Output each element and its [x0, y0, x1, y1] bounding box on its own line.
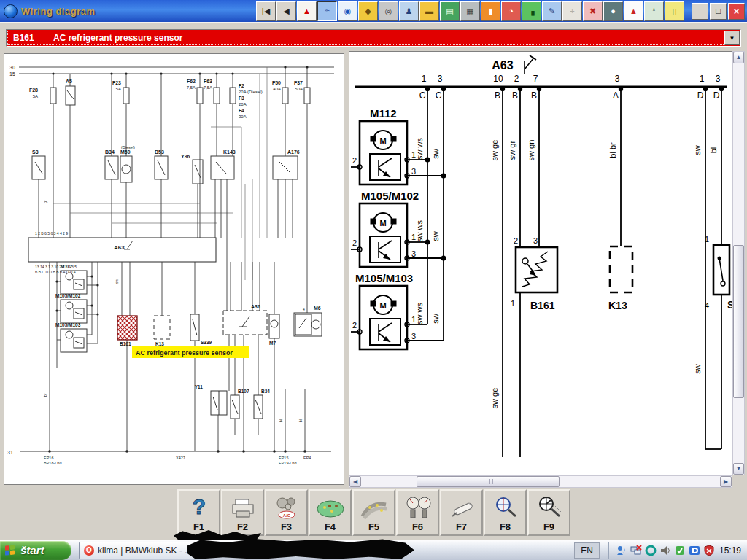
opera-icon: O [84, 545, 94, 556]
svg-text:F62: F62 [187, 79, 196, 84]
detail-wire-labels: sw ws sw ws sw ws sw sw sw sw ge sw gr s… [415, 138, 718, 409]
app-icon [4, 4, 18, 18]
dropdown-arrow-icon[interactable]: ▼ [724, 31, 740, 45]
detail-motor-modules [357, 121, 409, 349]
lift-icon[interactable]: ▤ [440, 1, 460, 21]
overview-bottom-components [211, 391, 263, 419]
wheel-icon[interactable]: ◎ [379, 1, 398, 21]
svg-text:5A: 5A [33, 94, 38, 98]
gauge-icon[interactable]: ◔ [501, 1, 521, 21]
minimize-button[interactable]: _ [692, 3, 708, 20]
system-tray [608, 542, 715, 559]
svg-text:M105/M102: M105/M102 [55, 293, 81, 298]
svg-text:A36: A36 [251, 304, 260, 309]
pipes-f5-button[interactable]: F5 [352, 489, 395, 536]
svg-text:4: 4 [705, 301, 709, 310]
network-error-icon[interactable] [630, 545, 642, 556]
svg-text:B53: B53 [155, 149, 164, 155]
horizontal-scrollbar[interactable]: ◀ ▶ [349, 475, 732, 488]
svg-text:7: 7 [533, 74, 538, 84]
ac-icon[interactable]: ● [603, 1, 623, 21]
scroll-up-icon[interactable]: ▲ [733, 52, 744, 63]
mechanic-icon[interactable]: ♟ [399, 1, 419, 21]
messenger-icon[interactable] [616, 545, 627, 556]
overview-motor-modules [61, 271, 87, 352]
print-f2-button[interactable]: F2 [221, 489, 264, 536]
svg-text:15: 15 [9, 71, 15, 77]
svg-text:B: B [512, 90, 518, 101]
svg-text:F2: F2 [239, 83, 244, 88]
overview-labels: 30 15 31 F28 5A A5 F23 5A F62 7,5A F63 7… [7, 65, 321, 465]
censored-region [187, 539, 414, 559]
svg-text:2: 2 [352, 321, 357, 330]
svg-text:20A (Diesel): 20A (Diesel) [239, 90, 263, 94]
ac-system-f3-button[interactable]: A/C F3 [265, 489, 308, 536]
svg-text:Y11: Y11 [195, 384, 204, 389]
svg-text:B161: B161 [120, 341, 131, 346]
detail-diagram-panel[interactable]: A63 1 3 10 2 7 3 1 3 [349, 51, 732, 475]
wiring-diagram-icon[interactable]: ≈ [317, 1, 337, 21]
car-body-icon[interactable]: ▬ [419, 1, 439, 21]
nav-first-icon[interactable]: |◀ [256, 1, 276, 21]
overview-diagram-panel[interactable]: AC refrigerant pressure sensor 30 15 31 … [4, 53, 344, 485]
detail-b161[interactable]: 2 3 1 B161 [511, 236, 557, 311]
overview-b161-highlighted[interactable] [117, 316, 137, 340]
svg-text:30A: 30A [239, 114, 247, 119]
scroll-right-icon[interactable]: ▶ [720, 476, 732, 487]
scroll-down-icon[interactable]: ▼ [733, 463, 744, 475]
svg-text:M: M [379, 136, 386, 145]
svg-text:sw: sw [431, 149, 440, 159]
seat-icon[interactable]: ▗ [522, 1, 541, 21]
svg-text:M105/M102: M105/M102 [361, 190, 419, 202]
globe-icon[interactable]: ◉ [338, 1, 357, 21]
function-key-bar: ? F1 F2 A/C F3 [177, 489, 571, 536]
abs-icon[interactable]: ▲ [624, 1, 643, 21]
vertical-scrollbar[interactable]: ▲ ▼ [732, 51, 745, 475]
svg-text:M105/M103: M105/M103 [355, 272, 413, 284]
location-map-f4-button[interactable]: F4 [309, 489, 352, 536]
taskbar-task-browser[interactable]: O klima | BMWklub SK - ... [79, 542, 200, 559]
dashboard-icon[interactable]: ▦ [460, 1, 480, 21]
help-f1-button[interactable]: ? F1 [177, 489, 220, 536]
gauges-f6-button[interactable]: F6 [396, 489, 439, 536]
printer-icon [231, 497, 255, 519]
scroll-left-icon[interactable]: ◀ [349, 476, 361, 487]
measure-zoom-f9-button[interactable]: F9 [527, 489, 570, 536]
measure-icon[interactable]: ✎ [542, 1, 562, 21]
oil-service-icon[interactable]: ▮ [481, 1, 500, 21]
horizontal-scroll-thumb[interactable] [417, 476, 560, 487]
vertical-scroll-thumb[interactable] [733, 245, 744, 398]
component-selector-dropdown[interactable]: B161 AC refrigerant pressure sensor ▼ [6, 29, 741, 47]
svg-text:3: 3 [411, 249, 416, 258]
svg-text:10: 10 [493, 74, 503, 84]
srs-icon[interactable]: ✖ [583, 1, 603, 21]
warning-icon[interactable]: ▲ [297, 1, 317, 21]
volume-icon[interactable] [659, 545, 671, 556]
svg-text:M: M [379, 219, 386, 228]
component-zoom-f8-button[interactable]: F8 [484, 489, 527, 536]
svg-text:7,5A: 7,5A [187, 85, 196, 90]
svg-text:B: B [495, 90, 500, 101]
start-button[interactable]: štart [0, 541, 71, 560]
svg-text:A176: A176 [287, 149, 300, 155]
antivirus-icon[interactable] [674, 545, 686, 556]
svg-text:M50: M50 [120, 149, 131, 155]
taskbar-clock[interactable]: 15:19 [719, 545, 741, 556]
ring-icon[interactable] [645, 545, 657, 556]
svg-text:sw gr: sw gr [508, 141, 516, 160]
maximize-button[interactable]: □ [710, 3, 727, 20]
security-shield-icon[interactable] [703, 545, 715, 556]
svg-text:EP16: EP16 [44, 456, 53, 460]
svg-text:3: 3 [533, 236, 538, 245]
nav-back-icon[interactable]: ◀ [276, 1, 296, 21]
close-button[interactable]: × [728, 3, 745, 20]
detail-module-labels: M112 M105/M102 M105/M103 M M M 13 13 13 … [352, 107, 419, 341]
battery-clock-icon[interactable]: ▯ [665, 1, 684, 21]
gears-icon[interactable]: * [644, 1, 664, 21]
svg-text:BP18-Lhd: BP18-Lhd [44, 461, 61, 465]
key-parts-icon[interactable]: ◆ [358, 1, 378, 21]
thermometer-f7-button[interactable]: F7 [440, 489, 483, 536]
daemon-tools-icon[interactable] [689, 545, 700, 556]
language-indicator[interactable]: EN [574, 542, 600, 559]
window-title: Wiring diagram [21, 6, 96, 17]
